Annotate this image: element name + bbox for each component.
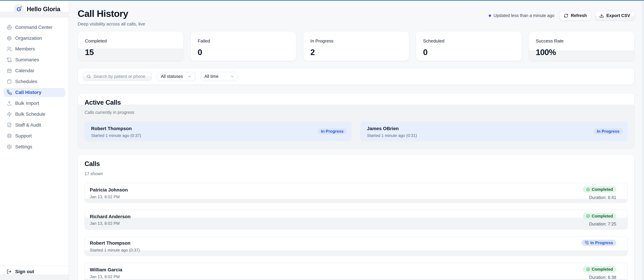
phone-icon (7, 90, 12, 95)
sidebar-item-command-center[interactable]: Command Center (3, 23, 66, 32)
top-accent-bar (0, 0, 644, 1)
export-csv-label: Export CSV (606, 13, 630, 18)
export-csv-button[interactable]: Export CSV (595, 11, 634, 20)
sidebar-item-bulk-import[interactable]: Bulk Import (3, 99, 66, 108)
sidebar-item-label: Members (15, 46, 35, 52)
active-calls-subtitle: Calls currently in progress (84, 110, 628, 115)
active-call-card[interactable]: Robert Thompson Started 1 minute ago (0:… (84, 121, 352, 141)
users-icon (7, 46, 12, 52)
call-duration: Duration: 6:38 (589, 275, 616, 280)
app-logo: G (14, 4, 24, 14)
sidebar-item-label: Command Center (15, 25, 52, 30)
scrollbar-track[interactable] (642, 1, 644, 280)
sidebar-item-members[interactable]: Members (3, 44, 66, 53)
call-row[interactable]: Richard Anderson Jan 13, 8:02 PM Complet… (84, 209, 628, 230)
updated-text: Updated less than a minute ago (494, 13, 554, 18)
stat-label: Success Rate (536, 38, 627, 44)
file-text-icon (7, 122, 12, 128)
page-header-actions: Updated less than a minute ago Refresh E… (489, 11, 635, 20)
refresh-icon (564, 13, 568, 18)
sidebar-item-settings[interactable]: Settings (3, 142, 66, 151)
logo-letter: G (17, 6, 21, 12)
sidebar-item-staff-audit[interactable]: Staff & Audit (3, 121, 66, 130)
active-calls-list: Robert Thompson Started 1 minute ago (0:… (84, 121, 628, 141)
sidebar-item-schedules[interactable]: Schedules (3, 77, 66, 86)
stat-card-failed: Failed 0 (190, 31, 296, 61)
active-call-meta: Started 1 minute ago (0:31) (367, 133, 623, 138)
updated-status: Updated less than a minute ago (489, 13, 554, 18)
search-input[interactable] (94, 74, 148, 79)
active-call-name: Robert Thompson (91, 126, 347, 131)
status-badge: Completed (583, 186, 616, 192)
stat-label: Scheduled (423, 38, 514, 44)
active-call-name: James OBrien (367, 126, 623, 131)
status-badge: Completed (583, 213, 616, 219)
call-row[interactable]: Robert Thompson Started 1 minute ago (0:… (84, 236, 628, 256)
call-patient-name: Patricia Johnson (90, 187, 616, 193)
time-filter-select[interactable]: All time (200, 72, 238, 81)
building-icon (7, 35, 12, 41)
filters-bar: All statuses All time (78, 68, 635, 85)
page-header-left: Call History Deep visibility across all … (78, 8, 145, 27)
sidebar-item-summaries[interactable]: Summaries (3, 55, 66, 64)
sidebar-item-calendar[interactable]: Calendar (3, 66, 66, 75)
sidebar-item-label: Support (15, 133, 32, 139)
status-filter-select[interactable]: All statuses (157, 72, 196, 81)
status-badge-label: In Progress (590, 240, 613, 245)
calls-section: Calls 17 shown Patricia Johnson Jan 13, … (78, 154, 635, 280)
search-icon (86, 74, 91, 79)
call-duration: Duration: 6:41 (589, 195, 616, 200)
stat-card-scheduled: Scheduled 0 (416, 31, 522, 61)
calls-list: Patricia Johnson Jan 13, 8:02 PM Complet… (84, 183, 628, 280)
sidebar-item-support[interactable]: Support (3, 131, 66, 140)
download-icon (600, 13, 604, 18)
call-patient-name: William Garcia (90, 267, 616, 273)
sidebar-item-label: Bulk Import (15, 101, 39, 106)
status-filter-value: All statuses (161, 74, 183, 79)
phone-call-icon (585, 241, 589, 245)
calls-count: 17 shown (84, 171, 628, 176)
call-row[interactable]: Patricia Johnson Jan 13, 8:02 PM Complet… (84, 183, 628, 203)
stat-card-in-progress: In Progress 2 (303, 31, 409, 61)
call-row[interactable]: William Garcia Jan 13, 8:02 PM Completed… (84, 263, 628, 280)
call-patient-name: Richard Anderson (90, 214, 616, 219)
call-patient-name: Robert Thompson (90, 240, 616, 246)
active-call-card[interactable]: James OBrien Started 1 minute ago (0:31)… (360, 121, 628, 141)
radar-icon (7, 25, 12, 30)
calendar-icon (7, 79, 12, 84)
call-meta: Jan 13, 8:02 PM (90, 195, 616, 199)
zap-icon (7, 112, 12, 117)
page-header: Call History Deep visibility across all … (78, 8, 635, 27)
call-duration: Duration: 7:25 (589, 222, 616, 227)
stat-label: In Progress (310, 38, 402, 44)
sidebar-item-label: Bulk Schedule (15, 112, 45, 117)
status-badge: In Progress (582, 240, 616, 246)
refresh-button[interactable]: Refresh (559, 11, 591, 20)
sidebar-item-label: Summaries (15, 57, 39, 63)
stat-value: 15 (85, 47, 176, 57)
upload-icon (7, 101, 12, 106)
sidebar-item-organization[interactable]: Organization (3, 34, 66, 43)
stat-label: Failed (198, 38, 289, 44)
status-badge: In Progress (594, 128, 623, 135)
sign-out-button[interactable]: Sign out (0, 266, 68, 275)
chevron-down-icon (230, 75, 234, 78)
gear-icon (7, 144, 12, 149)
stats-row: Completed 15 Failed 0 In Progress 2 Sche… (78, 31, 635, 61)
call-row-right: Completed Duration: 6:41 (583, 186, 616, 200)
sidebar-item-label: Settings (15, 144, 32, 149)
calls-title: Calls (84, 160, 628, 167)
sidebar-item-call-history[interactable]: Call History (3, 88, 66, 97)
sidebar-item-bulk-schedule[interactable]: Bulk Schedule (3, 110, 66, 119)
calendar-dots-icon (7, 68, 12, 73)
time-filter-value: All time (204, 74, 218, 79)
sidebar-item-label: Schedules (15, 79, 37, 84)
call-meta: Jan 13, 8:02 PM (90, 221, 616, 226)
stat-label: Completed (85, 38, 176, 44)
sidebar-nav: Command Center Organization Members Summ… (0, 17, 68, 153)
call-row-right: Completed Duration: 7:25 (583, 213, 616, 227)
status-badge-label: Completed (592, 267, 613, 272)
stat-value: 0 (198, 47, 289, 57)
search-box[interactable] (83, 72, 152, 81)
call-meta: Jan 13, 8:02 PM (90, 275, 616, 279)
